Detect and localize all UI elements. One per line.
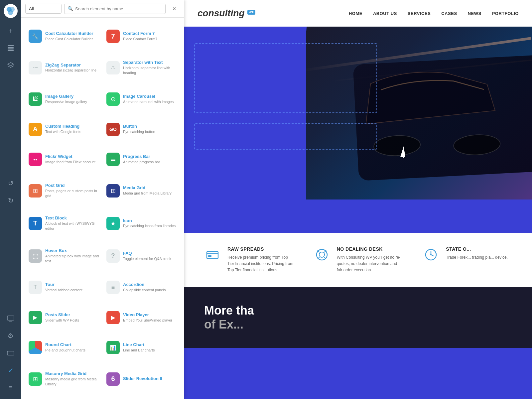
element-item-tour[interactable]: T Tour Vertical tabbed content — [25, 273, 102, 302]
display-icon[interactable] — [3, 346, 18, 360]
element-item-progress-bar[interactable]: ▬ Progress Bar Animated progress bar — [103, 145, 180, 174]
main-content: consulting WP HOME ABOUT US SERVICES CAS… — [184, 0, 532, 399]
close-button[interactable]: × — [168, 3, 180, 15]
element-name-icon-elem: Icon — [123, 218, 176, 224]
element-info-zigzag: ZigZag Separator Horizontal zigzag separ… — [45, 63, 96, 73]
menu-icon[interactable]: ≡ — [3, 380, 18, 395]
element-info-image-carousel: Image Carousel Animated carousel with im… — [123, 94, 174, 104]
element-desc-text-block: A block of text with WYSIWYG editor — [45, 221, 99, 231]
element-item-button[interactable]: GO Button Eye catching button — [103, 114, 180, 144]
element-item-masonry-grid[interactable]: ⊞ Masonry Media Grid Masonry media grid … — [25, 363, 102, 395]
element-desc-posts-slider: Slider with WP Posts — [45, 318, 79, 323]
element-item-flickr[interactable]: ●● Flickr Widget Image feed from Flickr … — [25, 145, 102, 174]
element-info-progress-bar: Progress Bar Animated progress bar — [123, 154, 160, 165]
element-item-custom-heading[interactable]: A Custom Heading Text with Google fonts — [25, 114, 102, 144]
element-icon-line-chart: 📊 — [106, 341, 120, 354]
hero-section — [184, 27, 532, 233]
element-info-slider-rev: Slider Revolution 6 — [123, 376, 162, 382]
element-desc-zigzag: Horizontal zigzag separator line — [45, 68, 96, 73]
nav-news[interactable]: NEWS — [468, 11, 481, 16]
add-icon[interactable]: ＋ — [3, 23, 18, 38]
settings-icon[interactable]: ⚙ — [3, 329, 18, 343]
element-desc-hover-box: Animated flip box with image and text — [45, 254, 99, 264]
element-item-icon-elem[interactable]: ★ Icon Eye catching icons from libraries — [103, 207, 180, 239]
element-item-zigzag[interactable]: 〰 ZigZag Separator Horizontal zigzag sep… — [25, 52, 102, 84]
state-text: STATE O... Trade Forex... trading pla...… — [446, 246, 508, 261]
element-item-video-player[interactable]: ▶ Video Player Embed YouTube/Vimeo playe… — [103, 303, 180, 332]
element-item-hover-box[interactable]: ⬚ Hover Box Animated flip box with image… — [25, 240, 102, 272]
layers-icon[interactable] — [3, 58, 18, 72]
element-item-image-gallery[interactable]: 🖼 Image Gallery Responsive image gallery — [25, 84, 102, 114]
element-name-line-chart: Line Chart — [123, 342, 155, 348]
element-desc-round-chart: Pie and Doughnut charts — [45, 348, 85, 353]
element-icon-post-grid: ⊞ — [29, 184, 42, 198]
element-info-separator-text: Separator with Text Horizontal separator… — [123, 60, 177, 76]
element-item-accordion[interactable]: ≡ Accordion Collapsible content panels — [103, 273, 180, 302]
nav-home[interactable]: HOME — [349, 11, 362, 16]
element-item-post-grid[interactable]: ⊞ Post Grid Posts, pages or custom posts… — [25, 175, 102, 206]
site-preview: consulting WP HOME ABOUT US SERVICES CAS… — [184, 0, 532, 399]
undo-icon[interactable]: ↺ — [3, 176, 18, 191]
drop-zone-bottom[interactable] — [194, 123, 377, 150]
element-name-faq: FAQ — [123, 251, 171, 256]
element-icon-separator-text: -T- — [106, 61, 120, 74]
element-item-image-carousel[interactable]: ⊙ Image Carousel Animated carousel with … — [103, 84, 180, 114]
raw-spreads-desc: Receive premium pricing from Top Tier fi… — [227, 254, 294, 274]
element-item-line-chart[interactable]: 📊 Line Chart Line and Bar charts — [103, 333, 180, 362]
element-name-separator-text: Separator with Text — [123, 60, 177, 66]
element-item-round-chart[interactable]: Round Chart Pie and Doughnut charts — [25, 333, 102, 362]
element-name-round-chart: Round Chart — [45, 342, 85, 348]
svg-rect-3 — [8, 45, 14, 46]
element-info-custom-heading: Custom Heading Text with Google fonts — [45, 124, 81, 134]
nav-cases[interactable]: CASES — [441, 11, 457, 16]
element-name-flickr: Flickr Widget — [45, 154, 95, 160]
element-icon-image-gallery: 🖼 — [29, 92, 42, 106]
element-desc-accordion: Collapsible content panels — [123, 288, 166, 293]
svg-rect-11 — [207, 251, 218, 259]
nav-about[interactable]: ABOUT US — [373, 11, 397, 16]
svg-point-15 — [319, 252, 325, 257]
nav-links: HOME ABOUT US SERVICES CASES NEWS PORTFO… — [349, 11, 519, 16]
element-name-masonry-grid: Masonry Media Grid — [45, 371, 99, 377]
element-info-faq: FAQ Toggle element for Q&A block — [123, 251, 171, 261]
element-icon-cost-calculator: 🔧 — [29, 30, 42, 43]
element-name-accordion: Accordion — [123, 282, 166, 288]
element-item-text-block[interactable]: T Text Block A block of text with WYSIWY… — [25, 207, 102, 239]
element-name-posts-slider: Posts Slider — [45, 312, 79, 318]
element-icon-progress-bar: ▬ — [106, 153, 120, 166]
element-icon-flickr: ●● — [29, 153, 42, 166]
element-name-text-block: Text Block — [45, 215, 99, 221]
redo-icon[interactable]: ↻ — [3, 193, 18, 208]
element-icon-slider-rev: 6 — [106, 372, 120, 386]
element-item-faq[interactable]: ? FAQ Toggle element for Q&A block — [103, 240, 180, 272]
filter-select[interactable]: All Basic General WordPress — [25, 4, 62, 14]
element-item-separator-text[interactable]: -T- Separator with Text Horizontal separ… — [103, 52, 180, 84]
check-icon[interactable]: ✓ — [3, 363, 18, 378]
element-info-video-player: Video Player Embed YouTube/Vimeo player — [123, 312, 172, 323]
site-logo: consulting WP — [198, 8, 255, 19]
pages-icon[interactable] — [3, 41, 18, 55]
element-desc-faq: Toggle element for Q&A block — [123, 256, 171, 261]
svg-rect-8 — [7, 351, 14, 355]
no-dealing-text: NO DEALING DESK With Consulting WP you'l… — [337, 246, 403, 274]
element-item-posts-slider[interactable]: ▶ Posts Slider Slider with WP Posts — [25, 303, 102, 332]
element-item-cost-calculator[interactable]: 🔧 Cost Calculator Builder Place Cost Cal… — [25, 22, 102, 51]
element-item-contact-form[interactable]: 7 Contact Form 7 Place Contact Form7 — [103, 22, 180, 51]
element-item-media-grid[interactable]: ⊞ Media Grid Media grid from Media Libra… — [103, 175, 180, 206]
responsive-icon[interactable] — [3, 311, 18, 326]
element-desc-flickr: Image feed from Flickr account — [45, 160, 95, 165]
state-title: STATE O... — [446, 246, 508, 252]
element-icon-round-chart — [29, 341, 42, 354]
element-info-line-chart: Line Chart Line and Bar charts — [123, 342, 155, 353]
element-name-slider-rev: Slider Revolution 6 — [123, 376, 162, 382]
element-info-flickr: Flickr Widget Image feed from Flickr acc… — [45, 154, 95, 165]
element-item-slider-rev[interactable]: 6 Slider Revolution 6 — [103, 363, 180, 395]
element-desc-tour: Vertical tabbed content — [45, 288, 82, 293]
svg-point-10 — [453, 134, 501, 156]
drop-zone-top[interactable] — [194, 43, 377, 113]
element-icon-zigzag: 〰 — [29, 61, 42, 74]
search-input[interactable] — [64, 4, 166, 14]
nav-portfolio[interactable]: PORTFOLIO — [492, 11, 519, 16]
nav-services[interactable]: SERVICES — [408, 11, 431, 16]
element-name-hover-box: Hover Box — [45, 248, 99, 254]
